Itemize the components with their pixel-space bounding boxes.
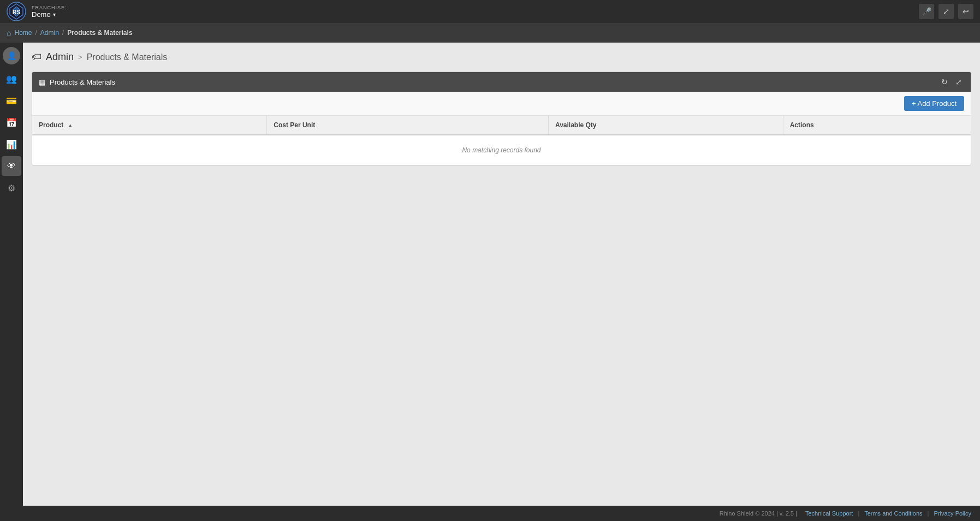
page-header: 🏷 Admin > Products & Materials <box>32 51 971 63</box>
footer: Rhino Shield © 2024 | v. 2.5 | Technical… <box>0 506 980 521</box>
breadcrumb-admin[interactable]: Admin <box>40 29 59 37</box>
table-header-row: Product ▲ Cost Per Unit Available Qty Ac… <box>32 116 971 135</box>
resize-button[interactable]: ⤢ <box>939 4 954 19</box>
footer-copyright: Rhino Shield © 2024 | v. 2.5 | <box>720 510 797 517</box>
breadcrumb-sep-1: / <box>35 29 37 37</box>
panel-header: ▦ Products & Materials ↻ ⤢ <box>32 72 971 92</box>
page-header-separator: > <box>78 53 82 61</box>
back-button[interactable]: ↩ <box>958 4 973 19</box>
sidebar: 👤 👥 💳 📅 📊 👁 ⚙ <box>0 43 23 506</box>
main-layout: 👤 👥 💳 📅 📊 👁 ⚙ 🏷 Admin > Products & Mater… <box>0 43 980 506</box>
header-right: 🎤 ⤢ ↩ <box>919 4 973 19</box>
table-body: No matching records found <box>32 135 971 165</box>
home-icon: ⌂ <box>7 28 11 37</box>
col-header-actions: Actions <box>783 116 971 135</box>
col-header-cost: Cost Per Unit <box>267 116 549 135</box>
table-icon: ▦ <box>39 78 45 86</box>
page-title: Admin <box>46 51 74 63</box>
col-header-product[interactable]: Product ▲ <box>32 116 267 135</box>
sidebar-item-card[interactable]: 💳 <box>2 91 21 110</box>
breadcrumb-sep-2: / <box>62 29 64 37</box>
footer-link-privacy[interactable]: Privacy Policy <box>934 510 971 517</box>
sidebar-item-settings[interactable]: ⚙ <box>2 178 21 198</box>
col-product-label: Product <box>39 121 63 129</box>
col-header-qty: Available Qty <box>548 116 783 135</box>
sidebar-item-calendar[interactable]: 📅 <box>2 113 21 132</box>
footer-link-terms[interactable]: Terms and Conditions <box>864 510 922 517</box>
products-table: Product ▲ Cost Per Unit Available Qty Ac… <box>32 116 971 165</box>
add-product-button[interactable]: + Add Product <box>904 96 964 111</box>
empty-row: No matching records found <box>32 135 971 165</box>
user-avatar[interactable]: 👤 <box>3 47 20 64</box>
empty-message: No matching records found <box>32 135 971 165</box>
panel-header-right: ↻ ⤢ <box>939 76 964 87</box>
franchise-info: FRANCHISE: Demo <box>32 5 67 19</box>
sidebar-item-people[interactable]: 👥 <box>2 69 21 88</box>
sidebar-item-chart[interactable]: 📊 <box>2 134 21 154</box>
breadcrumb-current: Products & Materials <box>67 29 132 37</box>
col-cost-label: Cost Per Unit <box>274 121 315 129</box>
expand-button[interactable]: ⤢ <box>953 76 964 87</box>
footer-sep-3: | <box>928 510 929 517</box>
app-logo: RS <box>7 2 26 21</box>
table-header: Product ▲ Cost Per Unit Available Qty Ac… <box>32 116 971 135</box>
refresh-button[interactable]: ↻ <box>939 76 950 87</box>
svg-text:RS: RS <box>13 9 20 15</box>
franchise-dropdown[interactable]: Demo <box>32 10 67 19</box>
breadcrumb-home[interactable]: Home <box>14 29 32 37</box>
footer-link-support[interactable]: Technical Support <box>805 510 853 517</box>
products-panel: ▦ Products & Materials ↻ ⤢ + Add Product… <box>32 72 971 165</box>
sort-icon-product: ▲ <box>68 122 73 128</box>
breadcrumb-bar: ⌂ Home / Admin / Products & Materials <box>0 23 980 43</box>
col-qty-label: Available Qty <box>555 121 597 129</box>
mic-button[interactable]: 🎤 <box>919 4 934 19</box>
page-tag-icon: 🏷 <box>32 51 41 63</box>
table-toolbar: + Add Product <box>32 92 971 116</box>
col-actions-label: Actions <box>790 121 814 129</box>
panel-header-left: ▦ Products & Materials <box>39 78 115 86</box>
top-header: RS FRANCHISE: Demo 🎤 ⤢ ↩ <box>0 0 980 23</box>
page-subtitle: Products & Materials <box>87 52 168 62</box>
panel-title: Products & Materials <box>50 78 115 86</box>
content-area: 🏷 Admin > Products & Materials ▦ Product… <box>23 43 980 506</box>
franchise-label: FRANCHISE: <box>32 5 67 10</box>
sidebar-item-admin[interactable]: 👁 <box>2 156 21 176</box>
footer-sep-2: | <box>858 510 859 517</box>
header-left: RS FRANCHISE: Demo <box>7 2 67 21</box>
